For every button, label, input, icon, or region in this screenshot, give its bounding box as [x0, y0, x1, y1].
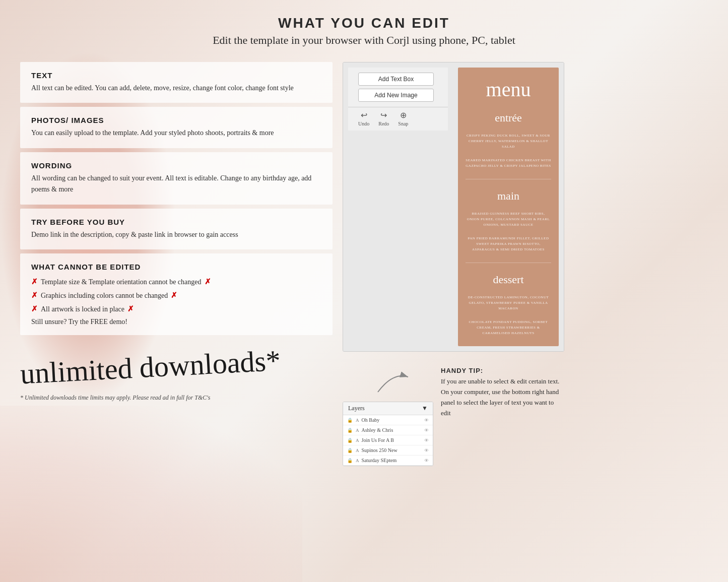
handy-tip-body: If you are unable to select & edit certa… [441, 376, 564, 418]
arrow-svg [373, 367, 413, 397]
layer-type-5: A [356, 458, 359, 463]
layer-eye-icon-3: 👁 [424, 438, 429, 443]
divider-2 [466, 263, 551, 263]
photos-section: PHOTOS/ IMAGES You can easily upload to … [20, 107, 333, 148]
handy-tip-text-wrapper: HANDY TIP: If you are unable to select &… [441, 367, 564, 418]
dessert-item-1: DE-CONSTRUCTED LAMINGTON, COCONUT GELATO… [466, 295, 551, 312]
layer-type-2: A [356, 428, 359, 433]
page-subtitle: Edit the template in your browser with C… [20, 34, 708, 47]
corjl-ui-mockup: Add Text Box Add New Image ↩ Undo ↪ Redo [343, 62, 564, 352]
layer-name-1: Oh Baby [362, 417, 380, 423]
text-section: TEXT All text can be edited. You can add… [20, 62, 333, 103]
x-icon-3-end: ✗ [127, 302, 134, 316]
text-section-body: All text can be edited. You can add, del… [31, 83, 321, 94]
layer-eye-icon-1: 👁 [424, 418, 429, 423]
undo-label: Undo [358, 121, 369, 126]
layer-eye-icon-2: 👁 [424, 428, 429, 433]
x-icon-1: ✗ [31, 275, 38, 289]
layers-header: Layers ▼ [343, 402, 433, 415]
layer-item-2[interactable]: 🔒 A Ashley & Chris 👁 [343, 425, 433, 435]
dessert-item-2: CHOCOLATE FONDANT PUDDING, SORBET CREAM,… [466, 319, 551, 337]
unlimited-section: unlimited downloads* * Unlimited downloa… [20, 345, 333, 407]
text-section-title: TEXT [31, 71, 321, 80]
handy-tip-area: Layers ▼ 🔒 A Oh Baby 👁 🔒 A Ashley [343, 367, 564, 466]
asterisk-note: * Unlimited downloads time limits may ap… [20, 394, 333, 402]
page-title: WHAT YOU CAN EDIT [20, 15, 708, 31]
x-icon-3: ✗ [31, 302, 38, 316]
arrow-wrapper [373, 367, 413, 399]
x-icon-1-end: ✗ [205, 275, 211, 289]
wording-section-title: WORDING [31, 161, 321, 170]
layer-lock-icon-2: 🔒 [347, 428, 353, 433]
menu-card: menu entrée CRISPY PEKING DUCK ROLL, SWE… [458, 68, 559, 346]
dessert-label: dessert [493, 273, 523, 286]
divider-1 [466, 179, 551, 179]
layer-eye-icon-4: 👁 [424, 448, 429, 453]
try-before-section: TRY BEFORE YOU BUY Demo link in the desc… [20, 209, 333, 249]
right-panel: Add Text Box Add New Image ↩ Undo ↪ Redo [343, 62, 574, 466]
layer-lock-icon-1: 🔒 [347, 418, 353, 423]
entree-label: entrée [495, 111, 522, 124]
undo-icon: ↩ [361, 110, 367, 120]
layer-type-4: A [356, 448, 359, 453]
cannot-item-3: ✗ All artwork is locked in place ✗ [31, 302, 321, 316]
layers-chevron-icon: ▼ [422, 405, 428, 412]
layer-item-5[interactable]: 🔒 A Saturday SEptem 👁 [343, 456, 433, 466]
layer-lock-icon-4: 🔒 [347, 448, 353, 453]
x-icon-2: ✗ [31, 289, 38, 302]
x-icon-2-end: ✗ [171, 289, 177, 302]
layer-name-2: Ashley & Chris [362, 427, 393, 433]
entree-item-2: SEARED MARINATED CHICKEN BREAST WITH GAZ… [466, 158, 551, 169]
layer-item-1[interactable]: 🔒 A Oh Baby 👁 [343, 415, 433, 425]
cannot-item-3-text: All artwork is locked in place [41, 303, 124, 315]
redo-action[interactable]: ↪ Redo [378, 110, 389, 126]
menu-card-title: menu [486, 78, 531, 101]
menu-card-container: menu entrée CRISPY PEKING DUCK ROLL, SWE… [453, 62, 564, 351]
cannot-edit-section: WHAT CANNOT BE EDITED ✗ Template size & … [20, 253, 333, 335]
cannot-edit-title: WHAT CANNOT BE EDITED [31, 263, 321, 271]
add-new-image-button[interactable]: Add New Image [358, 89, 434, 102]
try-before-title: TRY BEFORE YOU BUY [31, 218, 321, 226]
handy-tip-label: HANDY TIP: [441, 367, 564, 374]
layers-title: Layers [348, 405, 365, 412]
layer-name-4: Supinos 250 New [362, 447, 398, 453]
snap-icon: ⊕ [400, 110, 407, 120]
corjl-toolbar: Add Text Box Add New Image [348, 68, 448, 107]
layer-item-3[interactable]: 🔒 A Join Us For A B 👁 [343, 435, 433, 445]
free-demo-text: Still unsure? Try the FREE demo! [31, 318, 321, 326]
layer-type-3: A [356, 438, 359, 443]
add-text-box-button[interactable]: Add Text Box [358, 73, 434, 86]
entree-item-1: CRISPY PEKING DUCK ROLL, SWEET & SOUR CH… [466, 133, 551, 150]
redo-icon: ↪ [380, 110, 387, 120]
corjl-actions: ↩ Undo ↪ Redo ⊕ Snap [348, 107, 448, 131]
snap-label: Snap [398, 121, 408, 126]
layer-lock-icon-5: 🔒 [347, 458, 353, 463]
layer-item-4[interactable]: 🔒 A Supinos 250 New 👁 [343, 445, 433, 456]
photos-section-title: PHOTOS/ IMAGES [31, 116, 321, 124]
photos-section-body: You can easily upload to the template. A… [31, 127, 321, 139]
wording-section: WORDING All wording can be changed to su… [20, 152, 333, 205]
main-item-2: PAN FRIED BARRAMUNDI FILLET, GRILLED SWE… [466, 236, 551, 253]
layer-eye-icon-5: 👁 [424, 458, 429, 463]
layers-panel: Layers ▼ 🔒 A Oh Baby 👁 🔒 A Ashley [343, 402, 433, 466]
snap-action[interactable]: ⊕ Snap [398, 110, 408, 126]
left-panel: TEXT All text can be edited. You can add… [20, 62, 333, 407]
main-label: main [497, 189, 519, 203]
cannot-item-2: ✗ Graphics including colors cannot be ch… [31, 289, 321, 302]
undo-action[interactable]: ↩ Undo [358, 110, 369, 126]
unlimited-text: unlimited downloads* [20, 343, 282, 391]
main-item-1: BRAISED GUINNESS BEEF SHORT RIBS, ONION … [466, 211, 551, 228]
cannot-item-1: ✗ Template size & Template orientation c… [31, 275, 321, 289]
cannot-item-1-text: Template size & Template orientation can… [41, 276, 202, 288]
redo-label: Redo [378, 121, 389, 126]
layer-type-1: A [356, 418, 359, 423]
try-before-body: Demo link in the description, copy & pas… [31, 229, 321, 240]
layer-name-5: Saturday SEptem [362, 458, 397, 463]
wording-section-body: All wording can be changed to suit your … [31, 173, 321, 196]
layer-lock-icon-3: 🔒 [347, 438, 353, 443]
cannot-item-2-text: Graphics including colors cannot be chan… [41, 289, 168, 302]
page-header: WHAT YOU CAN EDIT Edit the template in y… [20, 15, 708, 47]
layer-name-3: Join Us For A B [362, 437, 394, 443]
